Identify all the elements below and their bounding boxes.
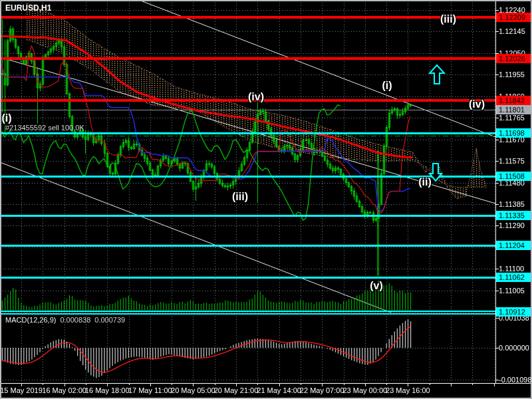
macd-tick-label: 0.000000: [499, 344, 529, 352]
price-badge: 1.10912: [496, 307, 531, 317]
chart-overlays: EURUSD,H1 #213455592 sell 100.0K MACD(12…: [0, 0, 532, 399]
price-badge: 1.11842: [496, 96, 531, 105]
wave-label[interactable]: (iv): [248, 91, 264, 103]
macd-main-value: 0.000838: [60, 316, 90, 324]
up-arrow-icon[interactable]: [428, 64, 446, 85]
price-tick-label: 1.11575: [499, 157, 525, 165]
time-axis-label: 16 May 02:00: [42, 386, 86, 394]
wave-label[interactable]: (iii): [440, 13, 456, 25]
price-badge: 1.12026: [496, 54, 531, 63]
time-axis-label: 17 May 11:00: [128, 386, 172, 394]
wave-label[interactable]: (i): [382, 80, 392, 92]
price-badge: 1.12209: [496, 13, 531, 22]
time-axis-label: 23 May 16:00: [386, 386, 430, 394]
time-axis-label: 16 May 18:00: [85, 386, 130, 394]
price-tick-label: 1.11290: [499, 221, 525, 229]
time-axis-label: 21 May 14:00: [257, 386, 301, 394]
price-tick-label: 1.11955: [499, 70, 525, 78]
open-order-label[interactable]: #213455592 sell 100.0K: [5, 124, 84, 132]
macd-signal-value: 0.000739: [94, 316, 125, 324]
macd-tick-label: -0.001098: [499, 376, 532, 384]
price-badge: 1.11698: [496, 128, 531, 138]
symbol-timeframe-label: EURUSD,H1: [5, 3, 51, 13]
macd-name: MACD(12,26,9): [5, 316, 56, 324]
price-tick-label: 1.12145: [499, 27, 525, 35]
time-axis-label: 20 May 21:00: [214, 386, 259, 394]
wave-label[interactable]: (iv): [469, 98, 485, 110]
time-axis-label: 20 May 05:00: [171, 386, 215, 394]
price-tick-label: 1.11765: [499, 114, 525, 122]
price-tick-label: 1.11385: [499, 200, 525, 208]
mt4-chart-window: EURUSD,H1 #213455592 sell 100.0K MACD(12…: [0, 0, 532, 399]
price-tick-label: 1.11005: [499, 287, 525, 295]
price-badge: 1.11801: [496, 105, 531, 114]
price-badge: 1.11335: [496, 211, 531, 220]
wave-label[interactable]: (ii): [418, 176, 432, 188]
wave-label[interactable]: (v): [370, 280, 383, 292]
price-badge: 1.11062: [496, 273, 531, 282]
price-tick-label: 1.11100: [499, 265, 524, 273]
wave-label[interactable]: (iii): [232, 191, 248, 203]
time-axis-label: 23 May 00:00: [342, 386, 387, 394]
time-axis-label: 22 May 07:00: [300, 386, 344, 394]
macd-indicator-label: MACD(12,26,9) 0.000838 0.000739: [5, 316, 125, 324]
time-axis-label: 15 May 2019: [0, 386, 43, 394]
price-badge: 1.11204: [496, 241, 531, 250]
price-badge: 1.11508: [496, 172, 531, 181]
wave-label[interactable]: (i): [1, 112, 11, 124]
